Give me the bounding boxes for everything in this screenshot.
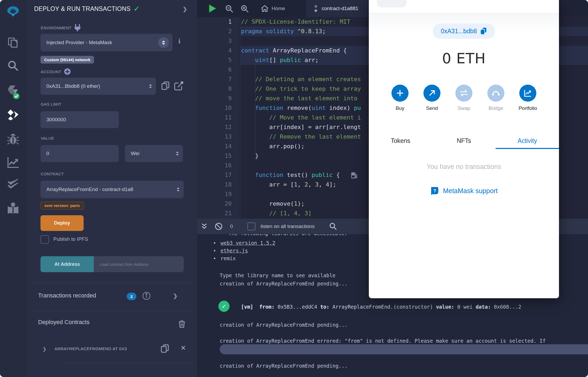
empty-transactions-text: You have no transactions bbox=[369, 163, 559, 171]
home-icon bbox=[261, 5, 268, 12]
code-text: // SPDX-License-Identifier: MIT bbox=[241, 17, 350, 27]
debugger-icon[interactable] bbox=[7, 133, 19, 146]
environment-info-icon[interactable]: i bbox=[178, 37, 180, 45]
code-text: // Move the last element i bbox=[241, 113, 361, 122]
line-number: 8 bbox=[197, 84, 232, 94]
transactions-count-badge: 2 bbox=[127, 293, 136, 300]
error-detail-bar[interactable] bbox=[220, 344, 588, 354]
statistics-chart-icon[interactable] bbox=[7, 156, 19, 169]
wallet-tab-tokens[interactable]: Tokens bbox=[369, 132, 432, 149]
terminal-log-line: creation of ArrayReplaceFromEnd pending.… bbox=[220, 363, 348, 369]
portfolio-chart-icon[interactable] bbox=[519, 85, 536, 102]
terminal-log-line: creation of ArrayReplaceFromEnd pending.… bbox=[220, 322, 348, 328]
terminal-search-icon[interactable] bbox=[329, 223, 337, 230]
wallet-tabs: TokensNFTsActivity bbox=[369, 132, 559, 149]
swap-arrows-icon[interactable] bbox=[455, 85, 472, 102]
trash-icon[interactable] bbox=[178, 320, 186, 328]
metamask-support-link[interactable]: ? MetaMask support bbox=[369, 186, 559, 195]
remove-contract-icon[interactable]: ✕ bbox=[181, 344, 186, 352]
code-text: // Remove the last element bbox=[241, 132, 361, 142]
wallet-action-label: Bridge bbox=[489, 105, 503, 111]
terminal-vm-log[interactable]: [vm] from: 0x5B3...eddC4 to: ArrayReplac… bbox=[241, 304, 521, 310]
value-unit-select[interactable]: Wei bbox=[125, 145, 183, 162]
arrow-up-right-icon[interactable] bbox=[423, 85, 440, 102]
line-number: 1 bbox=[197, 17, 232, 27]
line-number: 15 bbox=[197, 151, 232, 161]
code-text: contract ArrayReplaceFromEnd { bbox=[241, 46, 347, 55]
file-explorer-icon[interactable] bbox=[7, 36, 19, 49]
zoom-out-icon[interactable] bbox=[225, 5, 233, 13]
listen-transactions-checkbox[interactable] bbox=[247, 222, 255, 230]
code-text: function test() public { bbox=[241, 170, 357, 180]
svg-text:?: ? bbox=[433, 188, 436, 193]
account-label: ACCOUNT bbox=[41, 68, 71, 75]
wallet-tab-activity[interactable]: Activity bbox=[496, 132, 559, 149]
line-number: 6 bbox=[197, 65, 232, 74]
search-icon[interactable] bbox=[7, 59, 19, 72]
deploy-button[interactable]: Deploy bbox=[40, 215, 84, 231]
wallet-action-bridge[interactable]: Bridge bbox=[480, 85, 512, 111]
solidity-compiler-icon[interactable] bbox=[7, 85, 19, 98]
deployed-item-chevron-icon[interactable]: ❯ bbox=[43, 346, 46, 352]
wallet-action-portfolio[interactable]: Portfolio bbox=[512, 85, 544, 111]
panel-collapse-chevron-icon[interactable]: ❯ bbox=[183, 6, 187, 12]
copy-address-icon[interactable] bbox=[480, 27, 487, 35]
pending-tx-count: 0 bbox=[230, 223, 233, 229]
line-number: 4 bbox=[197, 46, 232, 55]
value-input[interactable] bbox=[40, 145, 119, 162]
line-number: 21 bbox=[197, 209, 232, 218]
network-badge: Custom (59144) network bbox=[40, 56, 94, 64]
indent-guide bbox=[255, 55, 255, 160]
code-text: // One trick to keep the array bbox=[241, 84, 361, 94]
transactions-recorded-label: Transactions recorded bbox=[38, 292, 96, 299]
contract-select[interactable]: ArrayReplaceFromEnd - contract-d1a8 bbox=[40, 181, 184, 198]
terminal-library-link: •remix bbox=[220, 255, 236, 261]
wallet-action-send[interactable]: Send bbox=[416, 85, 448, 111]
support-question-icon: ? bbox=[430, 186, 439, 195]
environment-select[interactable]: Injected Provider - MetaMask bbox=[40, 34, 173, 51]
tab-home[interactable]: Home bbox=[261, 0, 285, 17]
wallet-action-buy[interactable]: Buy bbox=[384, 85, 416, 111]
terminal-log-line: Type the library name to see available bbox=[220, 272, 338, 278]
account-address-pill[interactable]: 0xA31...bdb8 bbox=[433, 23, 495, 39]
plug-icon[interactable] bbox=[74, 24, 81, 31]
network-selector-skeleton[interactable] bbox=[377, 0, 407, 7]
deploy-run-icon[interactable] bbox=[7, 109, 19, 121]
at-address-button[interactable]: At Address bbox=[40, 256, 94, 272]
line-number: 2 bbox=[197, 27, 232, 36]
publish-ipfs-checkbox[interactable] bbox=[40, 235, 49, 244]
bridge-icon[interactable] bbox=[487, 85, 504, 102]
line-number: 3 bbox=[197, 36, 232, 46]
remix-logo-icon[interactable] bbox=[7, 5, 19, 18]
eth-balance: 0 ETH bbox=[369, 50, 559, 67]
terminal-library-link[interactable]: •web3 version 1.5.2 bbox=[220, 240, 275, 246]
solidity-icon bbox=[313, 5, 318, 12]
zoom-in-icon[interactable] bbox=[241, 5, 249, 13]
code-text: uint[] public arr; bbox=[241, 55, 318, 65]
learneth-book-icon[interactable] bbox=[7, 202, 19, 215]
plus-icon[interactable] bbox=[391, 85, 409, 102]
clear-console-icon[interactable] bbox=[215, 222, 223, 230]
item-divider bbox=[61, 363, 194, 363]
expand-terminal-chevrons-icon[interactable] bbox=[201, 223, 207, 230]
gas-limit-input[interactable] bbox=[40, 111, 119, 128]
transactions-info-icon[interactable] bbox=[142, 292, 151, 300]
code-text: remove(1); bbox=[241, 199, 304, 209]
copy-account-icon[interactable] bbox=[161, 81, 170, 90]
unit-testing-icon[interactable] bbox=[7, 177, 19, 190]
wallet-action-swap[interactable]: Swap bbox=[448, 85, 480, 111]
deployed-item-label[interactable]: ARRAYREPLACEFROMEND AT 0X3 bbox=[55, 346, 127, 351]
run-script-play-icon[interactable] bbox=[208, 4, 217, 13]
edit-account-icon[interactable] bbox=[174, 81, 183, 90]
wallet-actions: BuySendSwapBridgePortfolio bbox=[384, 85, 544, 111]
terminal-library-link[interactable]: •ethers.js bbox=[220, 248, 248, 254]
transactions-expand-chevron-icon[interactable]: ❯ bbox=[173, 293, 178, 299]
load-contract-address-input[interactable] bbox=[94, 256, 184, 272]
select-arrows-icon bbox=[149, 84, 152, 88]
icon-sidebar bbox=[0, 0, 26, 377]
copy-contract-icon[interactable] bbox=[161, 344, 169, 353]
wallet-tab-nfts[interactable]: NFTs bbox=[432, 132, 496, 149]
select-arrows-icon bbox=[176, 151, 179, 156]
account-select[interactable]: 0xA31...Bbdb8 (0 ether) bbox=[40, 78, 156, 95]
add-account-icon[interactable] bbox=[64, 68, 71, 75]
